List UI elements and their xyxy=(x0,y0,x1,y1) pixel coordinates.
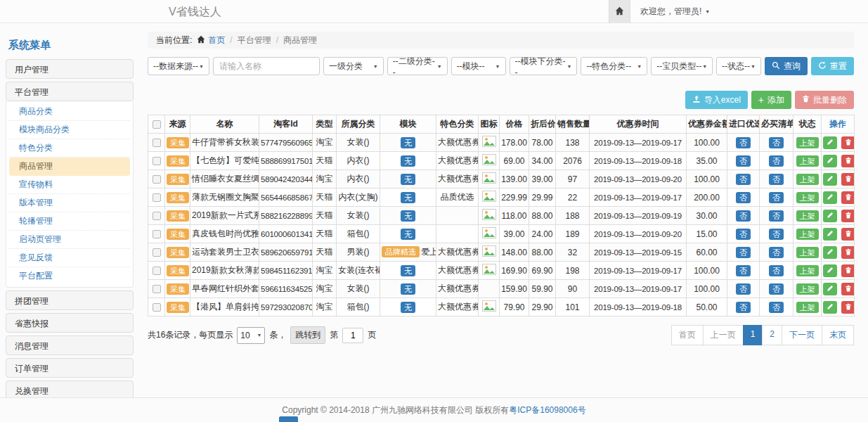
search-button[interactable]: 查询 xyxy=(765,57,808,75)
sidebar-subitem-2[interactable]: 特色分类 xyxy=(9,139,130,158)
row-checkbox[interactable] xyxy=(153,267,161,275)
edit-button[interactable] xyxy=(823,155,837,167)
filter-select-4[interactable]: --特色分类--▼ xyxy=(581,57,647,75)
row-checkbox[interactable] xyxy=(153,285,161,293)
edit-button[interactable] xyxy=(823,246,837,259)
delete-button[interactable] xyxy=(841,301,854,314)
must-buy-toggle-badge[interactable]: 否 xyxy=(769,210,784,222)
import-toggle-badge[interactable]: 否 xyxy=(736,302,751,313)
must-buy-toggle-badge[interactable]: 否 xyxy=(769,265,784,276)
jump-page-input[interactable] xyxy=(342,328,363,343)
home-button[interactable] xyxy=(609,0,630,23)
filter-select-1[interactable]: --二级分类--▼ xyxy=(387,57,448,75)
edit-button[interactable] xyxy=(823,301,837,314)
name-search-input[interactable] xyxy=(213,57,320,75)
breadcrumb-item-platform[interactable]: 平台管理 xyxy=(238,34,271,46)
pager-button-1[interactable]: 上一页 xyxy=(703,325,744,345)
import-toggle-badge[interactable]: 否 xyxy=(736,137,751,148)
must-buy-toggle-badge[interactable]: 否 xyxy=(769,302,784,313)
sidebar-subitem-9[interactable]: 平台配置 xyxy=(9,267,130,286)
breadcrumb-home-link[interactable]: 首页 xyxy=(208,34,225,46)
row-checkbox[interactable] xyxy=(153,193,161,202)
sidebar-section-bottom-0[interactable]: 拼团管理 xyxy=(6,290,134,310)
must-buy-toggle-badge[interactable]: 否 xyxy=(769,229,784,240)
sidebar-subitem-3[interactable]: 商品管理 xyxy=(9,158,130,176)
status-badge[interactable]: 上架 xyxy=(796,155,819,167)
edit-button[interactable] xyxy=(823,210,837,222)
edit-button[interactable] xyxy=(823,173,837,186)
sidebar-section-platform-mgmt[interactable]: 平台管理 xyxy=(6,82,134,101)
sidebar-section-bottom-2[interactable]: 消息管理 xyxy=(6,335,134,355)
row-checkbox[interactable] xyxy=(153,230,161,238)
sidebar-subitem-7[interactable]: 启动页管理 xyxy=(9,231,130,249)
row-checkbox[interactable] xyxy=(153,248,161,257)
must-buy-toggle-badge[interactable]: 否 xyxy=(769,283,784,295)
sidebar-section-bottom-1[interactable]: 省惠快报 xyxy=(6,313,134,333)
sidebar-subitem-6[interactable]: 轮播管理 xyxy=(9,212,130,231)
edit-button[interactable] xyxy=(823,264,837,277)
status-badge[interactable]: 上架 xyxy=(796,302,819,313)
sidebar-subitem-0[interactable]: 商品分类 xyxy=(9,103,130,121)
import-toggle-badge[interactable]: 否 xyxy=(736,229,751,240)
filter-select-6[interactable]: --状态--▼ xyxy=(716,57,761,75)
must-buy-toggle-badge[interactable]: 否 xyxy=(769,137,784,148)
pager-button-2[interactable]: 1 xyxy=(743,325,763,345)
import-toggle-badge[interactable]: 否 xyxy=(736,192,751,203)
delete-button[interactable] xyxy=(841,173,854,186)
delete-button[interactable] xyxy=(841,136,854,149)
status-badge[interactable]: 上架 xyxy=(796,137,819,148)
import-excel-button[interactable]: 导入excel xyxy=(685,91,748,109)
sidebar-section-user-mgmt[interactable]: 用户管理 xyxy=(6,59,134,79)
import-toggle-badge[interactable]: 否 xyxy=(736,210,751,222)
must-buy-toggle-badge[interactable]: 否 xyxy=(769,155,784,167)
edit-button[interactable] xyxy=(823,283,837,295)
sidebar-subitem-5[interactable]: 版本管理 xyxy=(9,194,130,212)
filter-select-data-source[interactable]: --数据来源-- ▼ xyxy=(148,57,209,75)
import-toggle-badge[interactable]: 否 xyxy=(736,265,751,276)
delete-button[interactable] xyxy=(841,246,854,259)
status-badge[interactable]: 上架 xyxy=(796,265,819,276)
sidebar-subitem-4[interactable]: 宣传物料 xyxy=(9,176,130,194)
delete-button[interactable] xyxy=(841,155,854,167)
sidebar-subitem-1[interactable]: 模块商品分类 xyxy=(9,121,130,139)
jump-button[interactable]: 跳转到 xyxy=(290,326,325,344)
status-badge[interactable]: 上架 xyxy=(796,247,819,258)
pager-button-3[interactable]: 2 xyxy=(762,325,782,345)
status-badge[interactable]: 上架 xyxy=(796,229,819,240)
filter-select-5[interactable]: --宝贝类型--▼ xyxy=(651,57,713,75)
icp-link[interactable]: 粤ICP备16098006号 xyxy=(509,404,585,416)
must-buy-toggle-badge[interactable]: 否 xyxy=(769,174,784,185)
import-toggle-badge[interactable]: 否 xyxy=(736,155,751,167)
edit-button[interactable] xyxy=(823,228,837,241)
row-checkbox[interactable] xyxy=(153,212,161,220)
pager-button-4[interactable]: 下一页 xyxy=(782,325,822,345)
batch-delete-button[interactable]: 批量删除 xyxy=(795,91,854,109)
delete-button[interactable] xyxy=(841,283,854,295)
filter-select-0[interactable]: 一级分类▼ xyxy=(323,57,384,75)
row-checkbox[interactable] xyxy=(153,175,161,184)
pager-button-5[interactable]: 末页 xyxy=(822,325,854,345)
status-badge[interactable]: 上架 xyxy=(796,210,819,222)
sidebar-subitem-8[interactable]: 意见反馈 xyxy=(9,249,130,267)
row-checkbox[interactable] xyxy=(153,303,161,312)
add-button[interactable]: + 添加 xyxy=(751,91,791,109)
import-toggle-badge[interactable]: 否 xyxy=(736,247,751,258)
user-menu[interactable]: 欢迎您，管理员! ▼ xyxy=(640,6,710,18)
delete-button[interactable] xyxy=(841,210,854,222)
row-checkbox[interactable] xyxy=(153,157,161,165)
status-badge[interactable]: 上架 xyxy=(796,192,819,203)
pager-button-0[interactable]: 首页 xyxy=(671,325,704,345)
import-toggle-badge[interactable]: 否 xyxy=(736,283,751,295)
delete-button[interactable] xyxy=(841,191,854,204)
must-buy-toggle-badge[interactable]: 否 xyxy=(769,247,784,258)
filter-select-3[interactable]: --模块下分类--▼ xyxy=(510,57,578,75)
row-checkbox[interactable] xyxy=(153,139,161,147)
edit-button[interactable] xyxy=(823,136,837,149)
status-badge[interactable]: 上架 xyxy=(796,174,819,185)
status-badge[interactable]: 上架 xyxy=(796,283,819,295)
reset-button[interactable]: 重置 xyxy=(811,57,854,75)
must-buy-toggle-badge[interactable]: 否 xyxy=(769,192,784,203)
import-toggle-badge[interactable]: 否 xyxy=(736,174,751,185)
sidebar-section-bottom-3[interactable]: 订单管理 xyxy=(6,358,134,378)
page-size-select[interactable]: 10 ▼ xyxy=(237,327,265,344)
